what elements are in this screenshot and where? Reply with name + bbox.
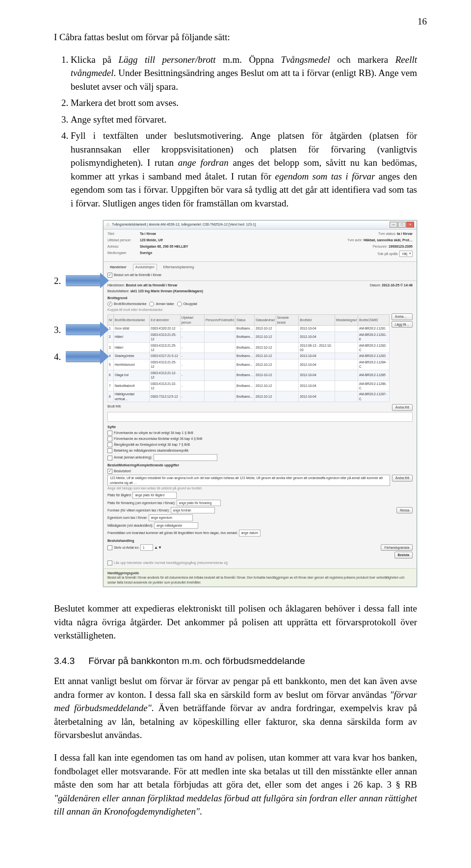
window-title: Tvångsmedelsblankett | ärende AM-4039-12…: [112, 222, 256, 227]
body-paragraph: Ett annat vanligt beslut om förvar är fö…: [54, 674, 417, 742]
radio[interactable]: [149, 302, 154, 306]
callout-number: 4.: [54, 350, 61, 364]
minimize-button[interactable]: —: [390, 222, 397, 228]
table-header[interactable]: Utpekad person: [180, 315, 204, 326]
laggtill-button[interactable]: Lägg till…: [392, 321, 413, 328]
screenshot-window: ⚠ Tvångsmedelsblankett | ärende AM-4039-…: [103, 220, 417, 587]
heading-number: 3.4.3: [54, 654, 75, 668]
arrow-icon: [66, 351, 100, 362]
checkbox[interactable]: [107, 448, 112, 453]
page-number: 16: [418, 15, 427, 28]
intro-paragraph: I Cåbra fattas beslut om förvar på följa…: [54, 30, 417, 44]
andra-fritt-button[interactable]: Ändra fritt: [392, 404, 413, 410]
list-item: Fyll i textfälten under beslutsmotiverin…: [71, 129, 417, 210]
table-header[interactable]: Ext ärendenr: [150, 315, 180, 326]
annat-input[interactable]: [154, 454, 217, 460]
figure-wrap: 2. 3. 4. ⚠ Tvångsmedelsblankett | ärende…: [54, 220, 417, 587]
table-header[interactable]: Personnr/Födelsetid: [204, 315, 235, 326]
table-row[interactable]: 2Häleri0303-K313:21:25-12-Brottsanx…2012…: [108, 332, 390, 342]
table-row[interactable]: 1Grov stöld0303-K320:22-12-Brottsanx…201…: [108, 326, 390, 332]
radio[interactable]: [107, 302, 112, 306]
datum-input[interactable]: ange datum: [239, 530, 261, 536]
figure-callouts: 2. 3. 4.: [54, 220, 103, 387]
list-item: Ange syftet med förvaret.: [71, 113, 417, 127]
close-button[interactable]: ×: [406, 222, 414, 228]
warning-icon: ⚠: [106, 222, 110, 228]
table-header[interactable]: Senaste beslut: [276, 315, 299, 326]
table-row[interactable]: 3Häleri0303-K313:21:25-12-Brottsanx…2012…: [108, 342, 390, 353]
checkbox[interactable]: [107, 545, 112, 550]
language-select[interactable]: Välj: [399, 251, 413, 257]
plats-atgard-input[interactable]: ange plats för åtgärd: [132, 492, 177, 498]
table-row[interactable]: 4Skadegörelse0303-K317:21:5-12-Brottsanx…: [108, 353, 390, 359]
malsagande-input[interactable]: ange målsägande: [154, 522, 198, 529]
checkbox[interactable]: [107, 561, 112, 565]
table-row[interactable]: 7Narkotikabrott0303-K313:21:22-12-Brotts…: [108, 381, 390, 391]
radio[interactable]: [177, 302, 182, 306]
andra-button[interactable]: Ändra…: [392, 313, 413, 320]
list-item: Markera det brott som avses.: [71, 96, 417, 110]
callout-number: 2.: [54, 274, 61, 288]
checkbox[interactable]: [107, 469, 112, 474]
table-header[interactable]: Statusändrad: [255, 315, 276, 326]
arrow-icon: [66, 275, 100, 286]
checkbox[interactable]: [107, 436, 112, 441]
checkbox[interactable]: [107, 456, 112, 460]
besluta-button[interactable]: Besluta: [394, 552, 413, 558]
checkbox[interactable]: [107, 442, 112, 447]
body-paragraph: I dessa fall kan inte egendomen tas om h…: [54, 751, 417, 818]
tab-label: Handelser: [107, 264, 129, 271]
guide-footer: Handläggningsguide Beslut att ta föremål…: [104, 568, 417, 587]
instruction-list: Klicka på Lägg till personer/brott m.m. …: [54, 53, 417, 210]
maximize-button[interactable]: □: [398, 222, 406, 228]
checkbox[interactable]: [107, 431, 112, 435]
motivering-text[interactable]: 123 Melde, Ulf är skäligen misstänkt för…: [107, 475, 390, 486]
brott-fritt-field[interactable]: [107, 412, 413, 422]
brott-table[interactable]: NrBrott/BrottsmisstankeExt ärendenrUtpek…: [107, 314, 390, 402]
tab[interactable]: Efterhandsplanering: [161, 264, 197, 271]
forhandsgranska-button[interactable]: Förhandsgranska: [381, 544, 413, 551]
arrow-icon: [66, 324, 100, 335]
antal-input[interactable]: 1: [140, 544, 153, 551]
heading-text: Förvar på bankkonton m.m. och förbudsmed…: [88, 656, 305, 666]
tab[interactable]: Avslutslinjen: [133, 264, 157, 271]
section-heading: 3.4.3Förvar på bankkonton m.m. och förbu…: [54, 654, 417, 668]
andra-fritt-button[interactable]: Ändra fritt: [392, 475, 413, 481]
window-titlebar[interactable]: ⚠ Tvångsmedelsblankett | ärende AM-4039-…: [104, 221, 417, 230]
plats-forvaring-input[interactable]: ange plats för förvaring: [177, 500, 221, 506]
header-panel: Titel: Ta i förvar Tvm status: ta i förv…: [104, 230, 417, 262]
table-header[interactable]: Status: [236, 315, 255, 326]
page: 16 I Cåbra fattas beslut om förvar på fö…: [0, 0, 471, 868]
list-item: Klicka på Lägg till personer/brott m.m. …: [71, 53, 417, 94]
table-header[interactable]: Brottstid: [299, 315, 335, 326]
fordran-input[interactable]: ange fordran: [171, 507, 215, 513]
table-row[interactable]: 8Häleligrundad vertical…0303-T312:12:5-1…: [108, 391, 390, 402]
body-paragraph: Beslutet kommer att expedieras elektroni…: [54, 602, 417, 642]
tabs: Handelser Avslutslinjen Efterhandsplaner…: [107, 264, 413, 271]
callout-number: 3.: [54, 323, 61, 337]
table-header[interactable]: Brott/Brottsmisstanke: [113, 315, 149, 326]
table-row[interactable]: 5Hemfridsmord0303-K313:21:25-12-Brottsan…: [108, 359, 390, 370]
table-header[interactable]: BrottsOSMID: [358, 315, 390, 326]
egendom-input[interactable]: ange egendom: [149, 514, 193, 521]
rensa-button[interactable]: Rensa: [396, 507, 413, 513]
table-header[interactable]: Misstankegrad: [335, 315, 358, 326]
table-row[interactable]: 6Olaga hot0303-K313:21:12-12-Brottsanx…2…: [108, 370, 390, 381]
